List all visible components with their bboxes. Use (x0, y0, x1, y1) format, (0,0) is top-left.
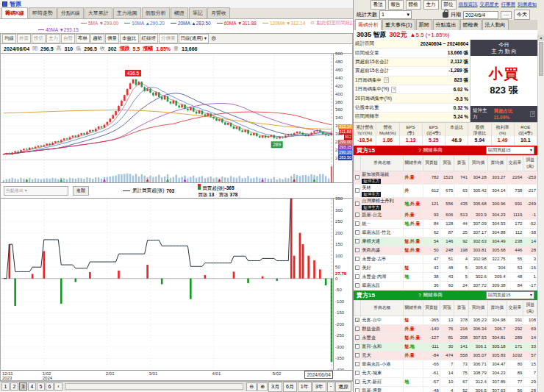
top-button-主力[interactable]: 主力 (423, 0, 439, 10)
indicator-button-2[interactable]: 投信 (32, 34, 46, 43)
indicator-button-0[interactable]: 均線 (2, 34, 16, 43)
indicator-button-7[interactable]: 價量 (105, 34, 119, 43)
chart-tab-2[interactable]: 分點K線 (57, 7, 84, 18)
candle-pane[interactable]: 436.5289 5004804604404204003803603403203… (1, 54, 352, 182)
flow-pane[interactable]: 350300250200150100500-50-100-150-200-250… (1, 199, 352, 370)
top-button-報告[interactable]: 報告 (388, 0, 404, 10)
broker-row[interactable]: 群益金鼎外,量-14076216306.34306.729269 (354, 324, 537, 333)
indicator-button-9[interactable]: 紅綠燈 (140, 34, 159, 43)
row-checkbox[interactable] (355, 257, 359, 261)
period-select[interactable]: 日線(通用) ▾ (179, 34, 209, 43)
top-button-部位[interactable]: 部位 (441, 0, 457, 10)
analysis-tab-3[interactable]: 分點進出 (433, 19, 459, 30)
broker-row[interactable]: 凱基-台北外,量93606513303.9304.231119-1 (354, 210, 537, 219)
zoom-out-button[interactable]: ⊖ (246, 382, 257, 391)
analysis-tab-0[interactable]: 籌碼分析 (355, 19, 382, 30)
top-button-看法[interactable]: 看法 (371, 0, 386, 10)
page-button-3[interactable]: 3 (19, 382, 27, 391)
chart-tab-5[interactable]: 個股分析 (142, 7, 170, 18)
top-link-行事曆[interactable]: 行事曆 (501, 1, 516, 8)
page-button-‹[interactable]: ‹ (54, 382, 62, 391)
indicator-button-5[interactable]: 布林 (76, 34, 90, 43)
analysis-tab-1[interactable]: 重大事件(1) (382, 19, 415, 30)
advanced-button[interactable]: 進階 (73, 186, 89, 196)
today-button[interactable]: 今天 (514, 10, 530, 20)
analysis-tab-4[interactable]: 體檢表 (460, 19, 482, 30)
row-checkbox[interactable] (355, 239, 359, 243)
range-button-3年[interactable]: 3年 (312, 382, 326, 392)
row-checkbox[interactable] (355, 266, 359, 270)
help-icon[interactable]: ? (418, 148, 421, 153)
indicator-button-4[interactable]: 自營 (61, 34, 75, 43)
indicator-button-6[interactable]: 趨勢 (90, 34, 104, 43)
row-checkbox[interactable] (355, 175, 359, 179)
broker-row[interactable]: 富邦-永和短,地-11130141306.1305.1817133 (354, 342, 537, 351)
row-checkbox[interactable] (355, 388, 359, 392)
scroll-up-icon[interactable]: ▲ (538, 35, 544, 41)
page-button-1[interactable]: 1 (1, 382, 10, 391)
row-checkbox[interactable] (355, 283, 359, 288)
broker-row[interactable]: 元大外,量-84474558305.07305.83103257 (354, 351, 537, 360)
help-icon[interactable]: ? (530, 111, 535, 117)
row-checkbox[interactable] (355, 344, 359, 349)
help-icon[interactable]: ? (418, 293, 421, 298)
sell-filter-select[interactable]: 區間賣超15▾ (486, 291, 534, 299)
chart-tab-6[interactable]: 權證 (171, 7, 188, 18)
top-link-到價通知[interactable]: 到價通知 (518, 1, 537, 8)
indicator-button-1[interactable]: 外資 (17, 34, 31, 43)
flow-chart[interactable] (1, 199, 333, 370)
broker-row[interactable]: 華南永昌-小港-66773306.71304.478015 (354, 360, 537, 368)
row-checkbox[interactable] (355, 353, 359, 357)
page-button-5[interactable]: 5 (37, 382, 45, 391)
indicator-button-3[interactable]: 主力 (46, 34, 60, 43)
page-button-6[interactable]: 6 (46, 382, 54, 391)
candlestick-chart[interactable]: 436.5289 (1, 54, 333, 182)
indicator-button-10[interactable]: 分價量 (159, 34, 178, 43)
row-checkbox[interactable]: ✓ (355, 318, 359, 322)
broker-row[interactable]: 永豐金短,外,量-12781208307.53304.8128914 (354, 333, 537, 342)
row-checkbox[interactable] (355, 371, 359, 375)
range-button-3月[interactable]: 3月 (268, 382, 282, 392)
broker-row[interactable]: 美林短沖主力外61267563305.42304.14738-217 (354, 184, 537, 197)
panel-scrollbar[interactable]: ▲ (537, 35, 544, 392)
range-button--[interactable]: - (327, 382, 334, 392)
range-button-1年[interactable]: 1年 (298, 382, 312, 392)
flow-source-select[interactable]: 分點進出 ▾ (4, 186, 68, 196)
hint-icon[interactable]: ? (384, 77, 389, 83)
broker-row[interactable]: 元大-城東-611475308.79304.23897 (354, 368, 537, 377)
gear-icon[interactable]: ⚙ (211, 35, 216, 42)
broker-row[interactable]: 華南永昌-竹北628725307.17304.88112-38 (354, 228, 537, 237)
page-button-2[interactable]: 2 (10, 382, 18, 391)
row-checkbox[interactable] (355, 230, 359, 235)
chart-tab-8[interactable]: 月營收 (207, 7, 230, 18)
broker-row[interactable]: 永豐金-內湖地38435302.6309.4481 (354, 272, 537, 281)
row-checkbox[interactable] (355, 362, 359, 366)
row-checkbox[interactable] (355, 327, 359, 331)
page-button-4[interactable]: 4 (28, 382, 36, 391)
analysis-tab-2[interactable]: 新聞 (416, 19, 432, 30)
hint-icon[interactable]: ? (391, 87, 396, 93)
chart-tab-4[interactable]: 主力地圖 (113, 7, 141, 18)
stat-days-select[interactable]: 1▾ (379, 10, 412, 19)
top-button-體檢[interactable]: 體檢 (406, 0, 421, 10)
broker-row[interactable]: 新加坡商瑞銀短沖主力外,量7821523741304.28303.272264-… (354, 171, 537, 184)
top-link-交易歷史[interactable]: 交易歷史 (480, 1, 499, 8)
row-checkbox[interactable] (355, 248, 359, 252)
row-checkbox[interactable] (355, 335, 359, 340)
range-button-6月[interactable]: 6月 (283, 382, 297, 392)
chart-scrollbar[interactable] (65, 383, 243, 390)
broker-row[interactable]: 美好短43485305.630453-16 (354, 263, 537, 272)
buy-filter-select[interactable]: 區間買超15▾ (486, 146, 534, 154)
top-link-個股資訊[interactable]: 個股資訊 (459, 1, 478, 8)
broker-row[interactable]: ✓元富-台中短-36513378305.23304.98391108 (354, 316, 537, 324)
row-checkbox[interactable] (355, 213, 359, 217)
date-input[interactable]: 2024/6/4 (463, 11, 498, 19)
broker-row[interactable]: 美商高盛短,外,量50248198303.81305.6844628 (354, 246, 537, 254)
broker-row[interactable]: 統一地,外,量8412844307.09304.93172-52 (354, 219, 537, 228)
broker-row[interactable]: 元大-新莊地-571067312.4307.857729 (354, 377, 537, 386)
row-checkbox[interactable] (355, 379, 359, 384)
broker-row[interactable]: 摩根大通短,外,量5414692302.63304.4923814 (354, 237, 537, 246)
date-more-button[interactable]: ··· (501, 11, 512, 19)
broker-row[interactable]: 永豐金-古亭47514302.98322.75553 (354, 254, 537, 263)
broker-row[interactable]: 台灣摩根士丹利短沖主力地,外,量121556435305.68300.96991… (354, 197, 537, 210)
